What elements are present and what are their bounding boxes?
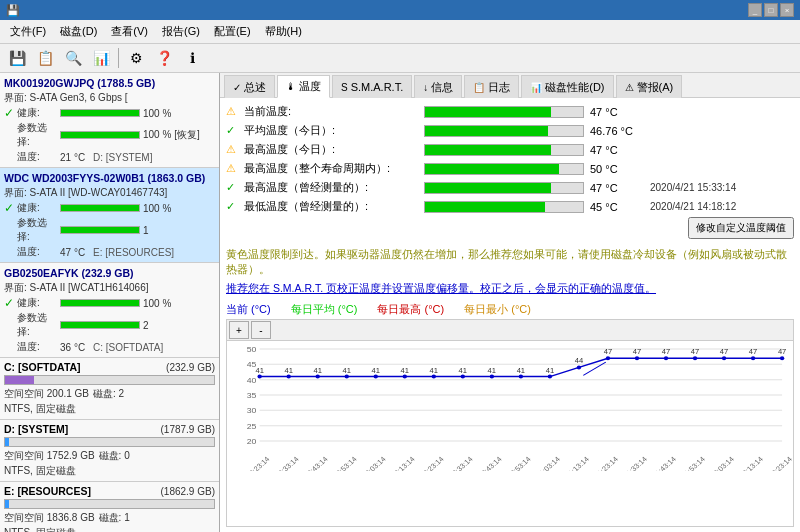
close-button[interactable]: × (780, 3, 794, 17)
toolbar-separator (118, 48, 119, 68)
disk-interface: 界面: S-ATA Gen3, 6 Gbps [ (4, 91, 215, 105)
temp-row-value-1: 46.76 °C (590, 125, 650, 137)
tab-perf[interactable]: 📊磁盘性能(D) (521, 75, 613, 98)
temp-row-bar-0 (424, 106, 584, 118)
params-bar (60, 226, 140, 234)
menu-item-G[interactable]: 报告(G) (156, 22, 206, 41)
svg-text:41: 41 (401, 366, 409, 375)
svg-text:21:53:14: 21:53:14 (679, 455, 707, 471)
svg-text:47: 47 (720, 348, 728, 357)
svg-point-39 (345, 375, 349, 379)
volume-size: (1787.9 GB) (161, 424, 215, 435)
tab-label-alert: 警报(A) (637, 80, 674, 95)
toolbar-info-button[interactable]: ℹ (179, 46, 205, 70)
health-icon: ✓ (4, 296, 14, 310)
svg-point-47 (461, 375, 465, 379)
svg-text:20: 20 (247, 437, 257, 447)
temp-row-bar-fill-2 (425, 145, 551, 155)
volume-label: E: [RESOURCES] (4, 485, 91, 497)
menu-item-V[interactable]: 查看(V) (105, 22, 154, 41)
volume-free: 空间空间 200.1 GB (4, 387, 89, 401)
chart-legend-3: 每日最小 (°C) (464, 302, 531, 317)
tab-label-summary: 总述 (244, 80, 266, 95)
menu-item-D[interactable]: 磁盘(D) (54, 22, 103, 41)
menu-item-H[interactable]: 帮助(H) (259, 22, 308, 41)
toolbar-settings-button[interactable]: ⚙ (123, 46, 149, 70)
svg-point-41 (374, 375, 378, 379)
tab-info[interactable]: ↓信息 (414, 75, 462, 98)
svg-text:21:13:14: 21:13:14 (563, 455, 591, 471)
svg-text:21:03:14: 21:03:14 (534, 455, 562, 471)
volume-free: 空间空间 1836.8 GB (4, 511, 95, 525)
toolbar-chart-button[interactable]: 📊 (88, 46, 114, 70)
tab-icon-smart: S (341, 82, 348, 93)
tab-label-smart: S.M.A.R.T. (351, 81, 404, 93)
tab-label-temp: 温度 (299, 79, 321, 94)
content-area: ⚠ 当前温度: 47 °C ✓ 平均温度（今日）: 46.76 °C ⚠ 最高温… (220, 98, 800, 532)
svg-text:21:33:14: 21:33:14 (621, 455, 649, 471)
temp-row-bar-1 (424, 125, 584, 137)
tab-temp[interactable]: 🌡温度 (277, 75, 330, 98)
params-bar-fill (61, 132, 139, 138)
volume-size: (232.9 GB) (166, 362, 215, 373)
disk-item-disk2[interactable]: WDC WD2003FYYS-02W0B1 (1863.0 GB) 界面: S-… (0, 168, 219, 263)
chart-legend-1: 每日平均 (°C) (291, 302, 358, 317)
right-panel: ✓总述🌡温度SS.M.A.R.T.↓信息📋日志📊磁盘性能(D)⚠警报(A) ⚠ … (220, 73, 800, 532)
svg-text:50: 50 (247, 345, 257, 355)
svg-text:47: 47 (749, 348, 757, 357)
menu-item-F[interactable]: 文件(F) (4, 22, 52, 41)
chart-zoom-in[interactable]: + (229, 321, 249, 339)
tab-summary[interactable]: ✓总述 (224, 75, 275, 98)
custom-temp-button[interactable]: 修改自定义温度阈值 (688, 217, 794, 239)
svg-text:30: 30 (247, 406, 257, 416)
temp-row-icon-3: ⚠ (226, 162, 244, 175)
svg-point-57 (606, 357, 610, 361)
volume-item-eresources[interactable]: E: [RESOURCES] (1862.9 GB) 空间空间 1836.8 G… (0, 482, 219, 532)
warning-text: 黄色温度限制到达。如果驱动器温度仍然在增加，那么推荐您如果可能，请使用磁盘冷却设… (226, 247, 794, 276)
temp-row-label-4: 最高温度（曾经测量的）: (244, 180, 424, 195)
health-bar (60, 299, 140, 307)
maximize-button[interactable]: □ (764, 3, 778, 17)
svg-text:21:43:14: 21:43:14 (650, 455, 678, 471)
disk-name: MK001920GWJPQ (1788.5 GB) (4, 77, 215, 89)
menu-bar: 文件(F)磁盘(D)查看(V)报告(G)配置(E)帮助(H) (0, 20, 800, 44)
disk-interface: 界面: S-ATA II [WD-WCAY01467743] (4, 186, 215, 200)
svg-text:41: 41 (430, 366, 438, 375)
toolbar-clipboard-button[interactable]: 📋 (32, 46, 58, 70)
temp-chart: + - 2025303540455019:23:1419:33:1419:43:… (226, 319, 794, 527)
svg-text:20:13:14: 20:13:14 (389, 455, 417, 471)
temp-row-3: ⚠ 最高温度（整个寿命周期内）: 50 °C (226, 161, 794, 176)
volume-item-dsystem[interactable]: D: [SYSTEM] (1787.9 GB) 空间空间 1752.9 GB 磁… (0, 420, 219, 482)
main-container: MK001920GWJPQ (1788.5 GB) 界面: S-ATA Gen3… (0, 73, 800, 532)
minimize-button[interactable]: _ (748, 3, 762, 17)
disk-interface: 界面: S-ATA II [WCAT1H614066] (4, 281, 215, 295)
params-bar (60, 131, 140, 139)
toolbar-save-button[interactable]: 💾 (4, 46, 30, 70)
tab-log[interactable]: 📋日志 (464, 75, 519, 98)
volume-bar-fill (5, 500, 9, 508)
svg-text:41: 41 (546, 366, 554, 375)
tab-label-info: 信息 (431, 80, 453, 95)
svg-point-69 (780, 357, 784, 361)
temp-row-5: ✓ 最低温度（曾经测量的）: 45 °C 2020/4/21 14:18:12 (226, 199, 794, 214)
toolbar-search-button[interactable]: 🔍 (60, 46, 86, 70)
disk-item-disk1[interactable]: MK001920GWJPQ (1788.5 GB) 界面: S-ATA Gen3… (0, 73, 219, 168)
temp-label: 温度: (17, 245, 57, 259)
health-bar-fill (61, 110, 139, 116)
volume-item-csoftdata[interactable]: C: [SOFTDATA] (232.9 GB) 空间空间 200.1 GB 磁… (0, 358, 219, 420)
svg-text:00:03:14: 00:03:14 (708, 455, 736, 471)
temp-row-bar-5 (424, 201, 584, 213)
toolbar-help-button[interactable]: ❓ (151, 46, 177, 70)
tab-smart[interactable]: SS.M.A.R.T. (332, 75, 412, 98)
disk-item-disk3[interactable]: GB0250EAFYK (232.9 GB) 界面: S-ATA II [WCA… (0, 263, 219, 358)
tab-icon-log: 📋 (473, 82, 485, 93)
tab-alert[interactable]: ⚠警报(A) (616, 75, 683, 98)
recommend-text[interactable]: 推荐您在 S.M.A.R.T. 页校正温度并设置温度偏移量。校正之后，会显示的正… (226, 282, 794, 296)
svg-point-53 (548, 375, 552, 379)
volume-disk-num: 磁盘: 2 (93, 387, 124, 401)
temp-row-bar-fill-3 (425, 164, 559, 174)
chart-zoom-out[interactable]: - (251, 321, 271, 339)
temp-row-icon-2: ⚠ (226, 143, 244, 156)
svg-point-43 (403, 375, 407, 379)
menu-item-E[interactable]: 配置(E) (208, 22, 257, 41)
